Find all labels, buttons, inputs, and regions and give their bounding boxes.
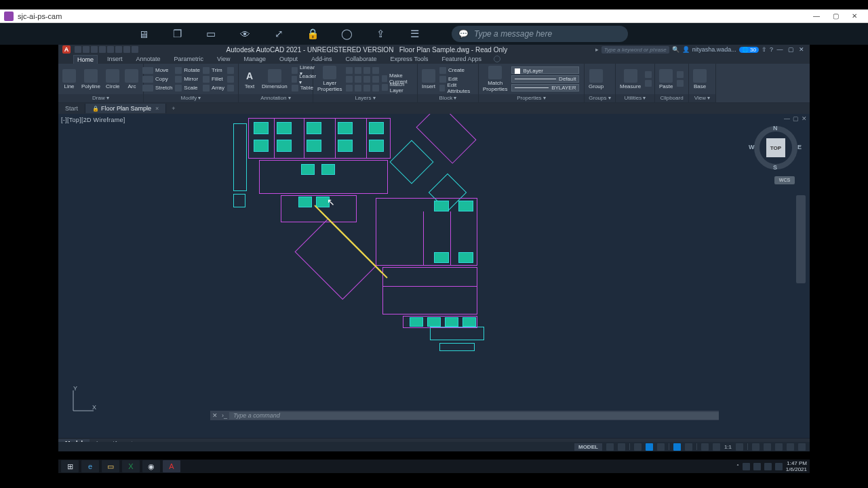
autocad-logo[interactable]: A xyxy=(62,45,71,54)
panel-title-utilities[interactable]: Utilities ▾ xyxy=(616,94,654,102)
status-plus-icon[interactable] xyxy=(752,443,760,451)
tool-match-layer[interactable]: Match Layer xyxy=(382,83,414,92)
tab-collaborate[interactable]: Collaborate xyxy=(342,54,381,64)
tool-insert[interactable]: Insert xyxy=(420,69,437,89)
status-hw-icon[interactable] xyxy=(775,443,783,451)
panel-title-properties[interactable]: Properties ▾ xyxy=(479,94,584,102)
wcs-badge[interactable]: WCS xyxy=(774,176,795,184)
status-osnap-icon[interactable] xyxy=(657,443,665,451)
panel-title-groups[interactable]: Groups ▾ xyxy=(585,94,615,102)
status-anno-scale[interactable]: 1:1 xyxy=(724,444,732,450)
tool-move[interactable]: Move xyxy=(146,66,172,75)
tool-array[interactable]: Array xyxy=(203,84,224,92)
upload-icon[interactable]: ⇪ xyxy=(373,26,388,41)
cmd-close-icon[interactable]: ✕ xyxy=(210,412,220,419)
tray-chevron-icon[interactable]: ˄ xyxy=(736,464,739,470)
tab-view[interactable]: View xyxy=(213,54,234,64)
cmd-input[interactable]: Type a command xyxy=(229,412,719,420)
tool-mirror[interactable]: Mirror xyxy=(175,75,200,83)
status-grid-icon[interactable] xyxy=(606,443,614,451)
tray-icon-1[interactable] xyxy=(743,463,750,470)
quick-access-toolbar[interactable] xyxy=(75,46,138,53)
model-canvas[interactable]: [-][Top][2D Wireframe] —▢✕ TOP N S E W W… xyxy=(58,114,810,438)
status-ortho-icon[interactable] xyxy=(634,443,642,451)
monitor-icon[interactable]: 🖥 xyxy=(136,26,151,41)
app-minimize-button[interactable]: — xyxy=(776,46,784,53)
tray-volume-icon[interactable] xyxy=(775,463,783,470)
tray-icon-2[interactable] xyxy=(753,463,761,470)
tab-manage[interactable]: Manage xyxy=(239,54,270,64)
tool-match-properties[interactable]: Match Properties xyxy=(481,66,509,92)
notification-badge[interactable]: 🌐 30 xyxy=(739,47,759,53)
viewport-controls[interactable]: —▢✕ xyxy=(784,115,807,122)
tool-line[interactable]: Line xyxy=(61,69,77,89)
settings-icon[interactable]: ☰ xyxy=(407,26,422,41)
tool-polyline[interactable]: Polyline xyxy=(80,69,102,89)
tool-trim[interactable]: Trim xyxy=(203,66,224,75)
outer-close-button[interactable]: ✕ xyxy=(845,10,864,22)
view-cube[interactable]: TOP N S E W xyxy=(754,126,797,169)
viewport-label[interactable]: [-][Top][2D Wireframe] xyxy=(61,117,125,123)
status-dyn-icon[interactable] xyxy=(673,443,681,451)
user-icon[interactable]: 👤 xyxy=(682,46,690,53)
status-lwt-icon[interactable] xyxy=(685,443,692,451)
tool-rotate[interactable]: Rotate xyxy=(175,66,200,75)
panel-title-clipboard[interactable]: Clipboard xyxy=(655,94,688,102)
tab-addins[interactable]: Add-ins xyxy=(307,54,336,64)
lock-screen-icon[interactable]: 🔒 xyxy=(305,26,320,41)
taskbar-clock[interactable]: 1:47 PM 1/6/2021 xyxy=(786,460,807,472)
status-iso-icon[interactable] xyxy=(764,443,771,451)
tab-overflow-icon[interactable] xyxy=(494,56,500,62)
tool-paste[interactable]: Paste xyxy=(658,69,674,89)
tab-parametric[interactable]: Parametric xyxy=(170,54,208,64)
panel-title-modify[interactable]: Modify ▾ xyxy=(144,94,238,102)
app-close-button[interactable]: ✕ xyxy=(797,46,806,53)
outer-minimize-button[interactable]: — xyxy=(807,10,826,22)
tool-edit-attributes[interactable]: Edit Attributes xyxy=(439,84,475,92)
tab-insert[interactable]: Insert xyxy=(103,54,127,64)
display-icon[interactable]: ▭ xyxy=(203,26,218,41)
status-snap-icon[interactable] xyxy=(618,443,625,451)
taskbar-chrome-icon[interactable]: ◉ xyxy=(142,460,160,472)
record-icon[interactable]: ◯ xyxy=(339,26,354,41)
start-button[interactable]: ⊞ xyxy=(61,460,79,472)
fullscreen-icon[interactable]: ⤢ xyxy=(271,26,286,41)
tool-group[interactable]: Group xyxy=(587,69,605,89)
tab-output[interactable]: Output xyxy=(275,54,302,64)
panel-title-annotation[interactable]: Annotation ▾ xyxy=(239,94,313,102)
tool-dimension[interactable]: Dimension xyxy=(260,69,289,89)
panel-title-draw[interactable]: Draw ▾ xyxy=(58,94,143,102)
tool-arc[interactable]: Arc xyxy=(123,69,140,89)
status-clean-icon[interactable] xyxy=(787,443,794,451)
tab-express[interactable]: Express Tools xyxy=(387,54,433,64)
tray-network-icon[interactable] xyxy=(764,463,772,470)
tool-stretch[interactable]: Stretch xyxy=(146,84,172,92)
tool-text[interactable]: AText xyxy=(241,69,258,89)
tab-annotate[interactable]: Annotate xyxy=(132,54,165,64)
doctab-close-button[interactable]: × xyxy=(155,105,159,112)
screens-icon[interactable]: ❐ xyxy=(170,26,184,41)
doctab-new-button[interactable]: + xyxy=(166,104,180,113)
eye-icon[interactable]: 👁 xyxy=(237,26,252,41)
tab-home[interactable]: Home xyxy=(73,55,98,64)
tool-fillet[interactable]: Fillet xyxy=(203,75,224,83)
search-icon[interactable]: 🔍 xyxy=(672,46,679,53)
tool-circle[interactable]: Circle xyxy=(104,69,121,89)
panel-title-view[interactable]: View ▾ xyxy=(689,94,715,102)
user-name[interactable]: nityasha.wada... xyxy=(692,46,736,53)
chat-message-input[interactable]: 💬 Type a message here xyxy=(452,26,628,42)
panel-title-layers[interactable]: Layers ▾ xyxy=(313,94,417,102)
command-line[interactable]: ✕ ›_ Type a command xyxy=(210,411,719,420)
panel-title-block[interactable]: Block ▾ xyxy=(418,94,478,102)
taskbar-excel-icon[interactable]: X xyxy=(122,460,140,472)
app-maximize-button[interactable]: ▢ xyxy=(787,46,795,53)
tool-measure[interactable]: Measure xyxy=(618,69,642,89)
tool-layer-properties[interactable]: Layer Properties xyxy=(316,66,343,92)
doctab-start[interactable]: Start xyxy=(58,104,85,113)
share-icon[interactable]: ⇧ xyxy=(762,46,767,53)
tool-base[interactable]: Base xyxy=(692,69,708,89)
doctab-floorplan[interactable]: 🔒Floor Plan Sample× xyxy=(85,104,166,113)
help-icon[interactable]: ? xyxy=(770,46,773,53)
tool-block-create[interactable]: Create xyxy=(439,66,475,75)
lineweight-selector[interactable]: Default xyxy=(511,75,579,83)
